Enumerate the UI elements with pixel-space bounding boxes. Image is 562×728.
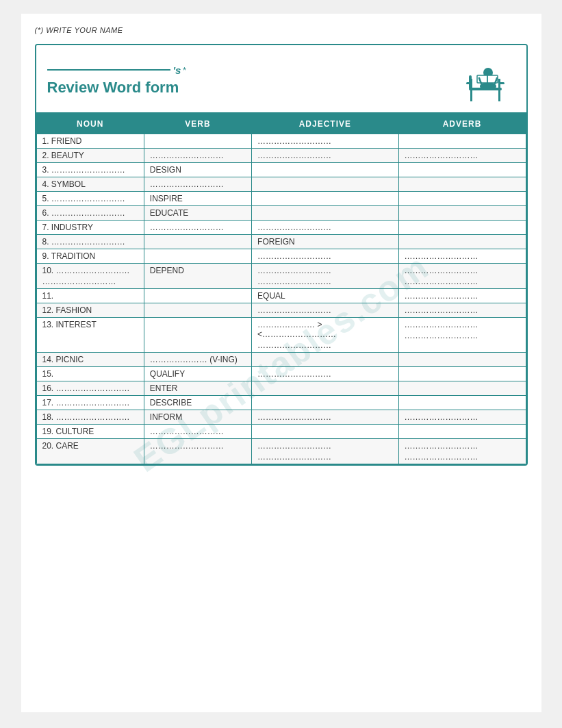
- svg-rect-14: [466, 82, 472, 84]
- verb-cell: EDUCATE: [144, 206, 251, 221]
- book-icon: [461, 55, 515, 103]
- adj-cell: EQUAL: [252, 289, 399, 303]
- adv-cell: ………………………: [398, 410, 526, 425]
- noun-cell: 17. ………………………: [36, 396, 144, 410]
- adj-cell: ………………………: [252, 303, 399, 318]
- table-row: 13. INTEREST………………… ><…………………………………………………: [36, 318, 526, 353]
- name-underline[interactable]: [47, 69, 170, 71]
- noun-cell: 10. ………………………………………………: [36, 264, 144, 289]
- verb-cell: ENTER: [144, 381, 251, 396]
- card-title: Review Word form: [47, 79, 186, 97]
- table-row: 14. PICNIC………………… (V-ING): [36, 353, 526, 367]
- book-icon-container: [461, 55, 515, 105]
- table-row: 10. ………………………………………………DEPEND…………………………………: [36, 264, 526, 289]
- noun-cell: 7. INDUSTRY: [36, 221, 144, 235]
- verb-cell: ………………………: [144, 177, 251, 192]
- table-row: 5. ………………………INSPIRE: [36, 192, 526, 206]
- header-verb: VERB: [144, 114, 251, 134]
- adj-cell: ………………………: [252, 149, 399, 163]
- table-row: 7. INDUSTRY………………………………………………: [36, 221, 526, 235]
- adj-cell: [252, 177, 399, 192]
- card: 's * Review Word form: [35, 44, 528, 466]
- header-noun: NOUN: [36, 114, 144, 134]
- header-adjective: ADJECTIVE: [252, 114, 399, 134]
- noun-cell: 12. FASHION: [36, 303, 144, 318]
- verb-cell: INFORM: [144, 410, 251, 425]
- noun-cell: 2. BEAUTY: [36, 149, 144, 163]
- noun-cell: 15.: [36, 367, 144, 381]
- adv-cell: ………………………………………………: [398, 439, 526, 464]
- header-adverb: ADVERB: [398, 114, 526, 134]
- adv-cell: [398, 221, 526, 235]
- table-row: 8. ………………………FOREIGN: [36, 235, 526, 249]
- name-s: 's: [173, 64, 181, 76]
- page: EGLprintables.com (*) WRITE YOUR NAME 's…: [21, 14, 541, 712]
- verb-cell: [144, 303, 251, 318]
- table-row: 18. ………………………INFORM………………………………………………: [36, 410, 526, 425]
- noun-cell: 18. ………………………: [36, 410, 144, 425]
- table-row: 15. QUALIFY………………………: [36, 367, 526, 381]
- adj-cell: [252, 192, 399, 206]
- verb-cell: ………………………: [144, 149, 251, 163]
- table-row: 19. CULTURE………………………: [36, 425, 526, 439]
- adj-cell: ………………………: [252, 367, 399, 381]
- verb-cell: [144, 318, 251, 353]
- table-row: 20. CARE………………………………………………………………………………………: [36, 439, 526, 464]
- adj-cell: ………………………: [252, 221, 399, 235]
- verb-cell: [144, 289, 251, 303]
- adj-cell: [252, 396, 399, 410]
- adv-cell: ………………………………………………: [398, 264, 526, 289]
- svg-point-6: [480, 82, 496, 90]
- adv-cell: [398, 353, 526, 367]
- adv-cell: [398, 396, 526, 410]
- noun-cell: 1. FRIEND: [36, 134, 144, 149]
- table-row: 1. FRIEND………………………: [36, 134, 526, 149]
- adv-cell: ………………………: [398, 303, 526, 318]
- adv-cell: ………………………………………………: [398, 318, 526, 353]
- adj-cell: ………………………………………………: [252, 439, 399, 464]
- verb-cell: [144, 249, 251, 264]
- svg-rect-13: [499, 82, 504, 84]
- table-row: 11. EQUAL………………………: [36, 289, 526, 303]
- table-row: 2. BEAUTY………………………………………………………………………: [36, 149, 526, 163]
- noun-cell: 4. SYMBOL: [36, 177, 144, 192]
- adv-cell: ………………………: [398, 249, 526, 264]
- noun-cell: 16. ………………………: [36, 381, 144, 396]
- verb-cell: [144, 134, 251, 149]
- noun-cell: 13. INTEREST: [36, 318, 144, 353]
- adj-cell: FOREIGN: [252, 235, 399, 249]
- table-row: 3. ………………………DESIGN: [36, 163, 526, 177]
- noun-cell: 19. CULTURE: [36, 425, 144, 439]
- adj-cell: [252, 425, 399, 439]
- adv-cell: ………………………: [398, 289, 526, 303]
- table-row: 16. ………………………ENTER: [36, 381, 526, 396]
- adj-cell: ………………… ><………………………………………………: [252, 318, 399, 353]
- noun-cell: 14. PICNIC: [36, 353, 144, 367]
- noun-cell: 5. ………………………: [36, 192, 144, 206]
- noun-cell: 11.: [36, 289, 144, 303]
- noun-cell: 3. ………………………: [36, 163, 144, 177]
- adv-cell: [398, 206, 526, 221]
- adv-cell: [398, 163, 526, 177]
- table-row: 6. ………………………EDUCATE: [36, 206, 526, 221]
- adv-cell: [398, 425, 526, 439]
- adj-cell: ………………………: [252, 410, 399, 425]
- verb-cell: DESCRIBE: [144, 396, 251, 410]
- table-row: 4. SYMBOL………………………: [36, 177, 526, 192]
- table-row: 9. TRADITION………………………………………………: [36, 249, 526, 264]
- table-header-row: NOUN VERB ADJECTIVE ADVERB: [36, 114, 526, 134]
- adj-cell: [252, 381, 399, 396]
- adj-cell: ………………………: [252, 249, 399, 264]
- header-left: 's * Review Word form: [47, 64, 186, 97]
- adj-cell: ………………………: [252, 134, 399, 149]
- noun-cell: 20. CARE: [36, 439, 144, 464]
- verb-cell: ………………………: [144, 221, 251, 235]
- noun-cell: 9. TRADITION: [36, 249, 144, 264]
- noun-cell: 6. ………………………: [36, 206, 144, 221]
- verb-cell: [144, 235, 251, 249]
- noun-cell: 8. ………………………: [36, 235, 144, 249]
- adv-cell: [398, 381, 526, 396]
- adj-cell: ………………………………………………: [252, 264, 399, 289]
- adv-cell: ………………………: [398, 149, 526, 163]
- adv-cell: [398, 134, 526, 149]
